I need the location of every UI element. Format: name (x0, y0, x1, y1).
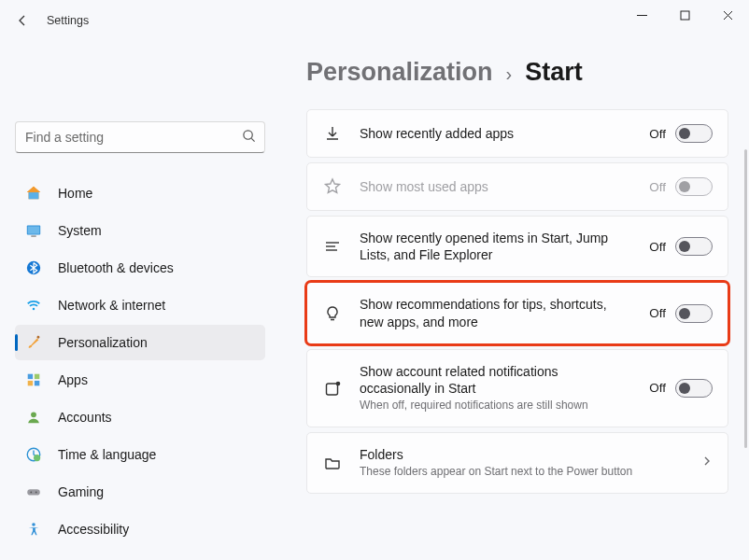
sidebar-item-gaming[interactable]: Gaming (15, 474, 265, 510)
sidebar-item-accounts[interactable]: Accounts (15, 399, 265, 435)
setting-account-notifications[interactable]: Show account related notifications occas… (306, 349, 728, 427)
scrollbar[interactable] (744, 149, 747, 448)
svg-rect-16 (35, 381, 39, 385)
svg-point-17 (31, 412, 36, 417)
svg-rect-1 (681, 11, 689, 20)
svg-rect-9 (31, 235, 35, 236)
search-icon (242, 129, 256, 146)
sidebar-item-network[interactable]: Network & internet (15, 287, 265, 323)
sidebar-item-home[interactable]: Home (15, 175, 265, 211)
paintbrush-icon (24, 333, 43, 352)
folder-icon (322, 453, 343, 473)
setting-recently-added[interactable]: Show recently added apps Off (306, 109, 728, 158)
accessibility-icon (24, 520, 43, 539)
toggle-switch[interactable] (675, 379, 713, 398)
minimize-button[interactable] (620, 0, 663, 30)
svg-rect-27 (327, 384, 338, 395)
toggle-switch[interactable] (675, 304, 713, 323)
maximize-button[interactable] (663, 0, 706, 30)
sidebar-item-time-language[interactable]: Time & language (15, 437, 265, 472)
svg-rect-14 (35, 374, 39, 379)
sidebar-item-label: Apps (58, 372, 88, 387)
setting-title: Show most used apps (360, 178, 632, 195)
toggle-switch (675, 177, 713, 196)
svg-point-23 (32, 523, 35, 526)
setting-subtitle: When off, required notifications are sti… (360, 399, 632, 413)
setting-subtitle: These folders appear on Start next to th… (360, 465, 681, 480)
sidebar-item-label: Accessibility (58, 522, 129, 537)
list-icon (322, 236, 343, 257)
star-icon (322, 176, 343, 197)
setting-most-used: Show most used apps Off (306, 162, 728, 211)
sidebar-item-label: Gaming (58, 484, 104, 499)
setting-recent-items[interactable]: Show recently opened items in Start, Jum… (306, 216, 728, 277)
sidebar-item-label: Bluetooth & devices (58, 260, 174, 275)
sidebar-item-label: Home (58, 186, 92, 201)
sidebar-item-label: System (58, 223, 102, 238)
sidebar-item-accessibility[interactable]: Accessibility (15, 511, 265, 547)
wifi-icon (24, 296, 43, 315)
svg-point-4 (244, 131, 252, 139)
close-button[interactable] (706, 0, 749, 30)
sidebar-item-label: Personalization (58, 335, 148, 350)
toggle-state: Off (649, 127, 666, 141)
badge-icon (322, 378, 343, 399)
toggle-switch[interactable] (675, 237, 713, 256)
toggle-state: Off (649, 240, 666, 254)
svg-line-5 (251, 138, 254, 141)
app-title: Settings (47, 14, 89, 27)
breadcrumb: Personalization › Start (306, 58, 728, 87)
setting-folders[interactable]: Folders These folders appear on Start ne… (306, 432, 728, 494)
svg-rect-12 (36, 335, 40, 339)
sidebar-item-personalization[interactable]: Personalization (15, 325, 265, 360)
gamepad-icon (24, 483, 43, 501)
back-button[interactable] (7, 6, 37, 35)
page-title: Start (525, 58, 583, 87)
toggle-state: Off (649, 381, 666, 395)
setting-title: Folders (360, 446, 681, 463)
svg-point-21 (30, 492, 32, 494)
svg-rect-8 (28, 227, 40, 234)
sidebar-item-apps[interactable]: Apps (15, 362, 265, 398)
setting-title: Show recommendations for tips, shortcuts… (360, 296, 632, 329)
svg-point-22 (35, 492, 37, 494)
svg-point-28 (336, 381, 341, 385)
apps-icon (24, 371, 43, 389)
clock-globe-icon (24, 445, 43, 464)
setting-recommendations[interactable]: Show recommendations for tips, shortcuts… (306, 282, 728, 343)
svg-point-11 (33, 308, 35, 311)
home-icon (24, 184, 43, 203)
chevron-right-icon (701, 455, 713, 469)
chevron-right-icon: › (506, 63, 513, 85)
svg-rect-13 (28, 374, 33, 379)
setting-title: Show recently added apps (360, 125, 632, 142)
sidebar-item-label: Time & language (58, 447, 156, 462)
breadcrumb-parent[interactable]: Personalization (306, 58, 493, 87)
lightbulb-icon (322, 303, 343, 324)
setting-title: Show account related notifications occas… (360, 363, 632, 397)
person-icon (24, 408, 43, 427)
toggle-switch[interactable] (675, 124, 713, 143)
sidebar-item-label: Accounts (58, 410, 112, 425)
system-icon (24, 221, 43, 240)
sidebar-item-label: Network & internet (58, 298, 165, 313)
svg-rect-6 (29, 192, 39, 199)
sidebar-item-system[interactable]: System (15, 213, 265, 248)
toggle-state: Off (649, 180, 666, 194)
search-input[interactable] (15, 121, 265, 153)
toggle-state: Off (649, 306, 666, 320)
svg-rect-20 (27, 489, 40, 495)
setting-title: Show recently opened items in Start, Jum… (360, 230, 632, 263)
svg-point-19 (34, 455, 40, 461)
search-box[interactable] (15, 121, 265, 153)
sidebar-item-bluetooth[interactable]: Bluetooth & devices (15, 250, 265, 286)
svg-rect-15 (28, 381, 33, 385)
download-icon (322, 123, 343, 144)
bluetooth-icon (24, 259, 43, 277)
